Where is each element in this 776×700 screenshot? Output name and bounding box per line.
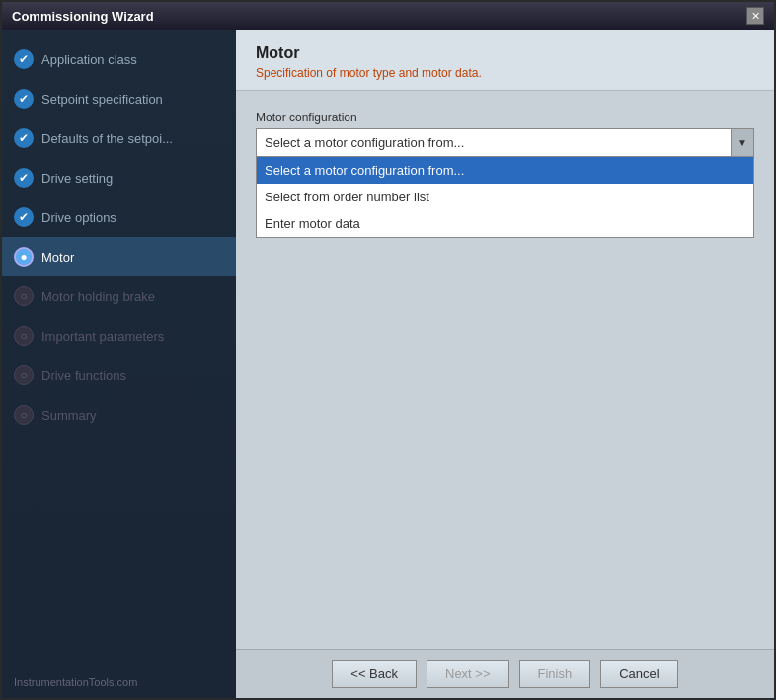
- sidebar-icon-drive-setting: ✔: [14, 168, 34, 188]
- watermark: InstrumentationTools.com: [2, 666, 236, 698]
- sidebar-icon-important-parameters: ○: [14, 326, 34, 346]
- cancel-button[interactable]: Cancel: [600, 660, 677, 688]
- close-button[interactable]: ✕: [746, 7, 764, 25]
- sidebar-item-summary: ○Summary: [2, 395, 236, 434]
- page-description: Specification of motor type and motor da…: [256, 66, 754, 80]
- page-title: Motor: [256, 44, 754, 62]
- back-button[interactable]: << Back: [332, 660, 417, 688]
- sidebar-item-important-parameters: ○Important parameters: [2, 316, 236, 355]
- sidebar-label-drive-functions: Drive functions: [41, 368, 126, 383]
- dropdown-item-select-config[interactable]: Select a motor configuration from...: [257, 157, 753, 184]
- content-area: ✔Application class✔Setpoint specificatio…: [2, 30, 774, 698]
- sidebar-item-drive-functions: ○Drive functions: [2, 355, 236, 395]
- sidebar-item-motor-holding-brake: ○Motor holding brake: [2, 276, 236, 316]
- sidebar-label-drive-options: Drive options: [41, 210, 116, 225]
- finish-button[interactable]: Finish: [519, 660, 591, 688]
- motor-config-select-container: Select a motor configuration from... ▼ S…: [256, 128, 754, 157]
- sidebar-icon-motor: ●: [14, 247, 34, 267]
- main-body: Motor configuration Select a motor confi…: [236, 91, 774, 649]
- sidebar-label-important-parameters: Important parameters: [41, 329, 164, 344]
- dropdown-item-enter-data[interactable]: Enter motor data: [257, 210, 753, 237]
- sidebar-icon-motor-holding-brake: ○: [14, 286, 34, 306]
- motor-config-dropdown: Select a motor configuration from...Sele…: [256, 157, 754, 238]
- sidebar-icon-drive-options: ✔: [14, 207, 34, 227]
- main-header: Motor Specification of motor type and mo…: [236, 30, 774, 91]
- sidebar-item-setpoint-specification[interactable]: ✔Setpoint specification: [2, 79, 236, 118]
- sidebar-label-drive-setting: Drive setting: [41, 171, 113, 186]
- dropdown-item-order-number[interactable]: Select from order number list: [257, 184, 753, 210]
- sidebar-icon-setpoint-specification: ✔: [14, 89, 34, 109]
- description-period: .: [478, 66, 481, 80]
- sidebar-label-summary: Summary: [41, 408, 97, 423]
- window-title: Commissioning Wizard: [12, 9, 154, 24]
- sidebar: ✔Application class✔Setpoint specificatio…: [2, 30, 236, 698]
- next-button[interactable]: Next >>: [427, 660, 509, 688]
- sidebar-icon-defaults-setpoint: ✔: [14, 128, 34, 148]
- sidebar-label-motor: Motor: [41, 250, 74, 265]
- sidebar-item-motor[interactable]: ●Motor: [2, 237, 236, 276]
- sidebar-item-drive-options[interactable]: ✔Drive options: [2, 197, 236, 237]
- commissioning-wizard-window: Commissioning Wizard ✕ ✔Application clas…: [0, 0, 776, 700]
- motor-config-select[interactable]: Select a motor configuration from...: [256, 128, 754, 157]
- title-bar: Commissioning Wizard ✕: [2, 2, 774, 30]
- sidebar-icon-drive-functions: ○: [14, 365, 34, 385]
- sidebar-label-motor-holding-brake: Motor holding brake: [41, 289, 155, 304]
- sidebar-label-setpoint-specification: Setpoint specification: [41, 92, 163, 107]
- motor-config-label: Motor configuration: [256, 111, 754, 124]
- main-content: Motor Specification of motor type and mo…: [236, 30, 774, 698]
- sidebar-icon-application-class: ✔: [14, 49, 34, 69]
- sidebar-item-application-class[interactable]: ✔Application class: [2, 39, 236, 79]
- sidebar-label-defaults-setpoint: Defaults of the setpoi...: [41, 131, 173, 146]
- sidebar-icon-summary: ○: [14, 405, 34, 425]
- sidebar-label-application-class: Application class: [41, 52, 137, 67]
- sidebar-item-defaults-setpoint[interactable]: ✔Defaults of the setpoi...: [2, 118, 236, 158]
- footer: << Back Next >> Finish Cancel: [236, 649, 774, 698]
- sidebar-item-drive-setting[interactable]: ✔Drive setting: [2, 158, 236, 197]
